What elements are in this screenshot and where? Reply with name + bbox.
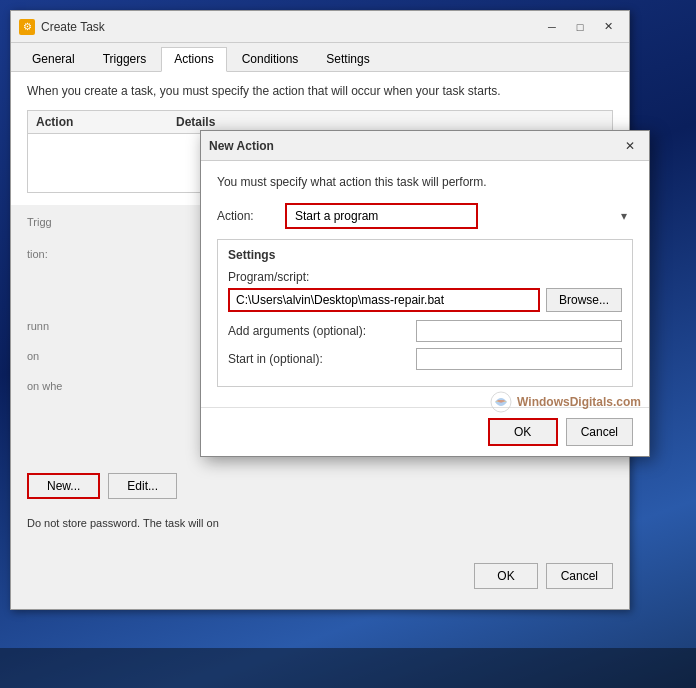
add-arguments-input[interactable] bbox=[416, 320, 622, 342]
bottom-text: Do not store password. The task will on bbox=[27, 517, 219, 529]
window-icon: ⚙ bbox=[19, 19, 35, 35]
actions-info-text: When you create a task, you must specify… bbox=[27, 84, 613, 98]
dialog-title-text: New Action bbox=[209, 139, 274, 153]
add-arguments-row: Add arguments (optional): bbox=[228, 320, 622, 342]
tab-bar: General Triggers Actions Conditions Sett… bbox=[11, 43, 629, 72]
settings-section: Settings Program/script: Browse... Add a… bbox=[217, 239, 633, 387]
label-when: on whe bbox=[27, 375, 62, 397]
window-cancel-button[interactable]: Cancel bbox=[546, 563, 613, 589]
new-action-dialog: New Action ✕ You must specify what actio… bbox=[200, 130, 650, 457]
tab-general[interactable]: General bbox=[19, 47, 88, 71]
add-arguments-label: Add arguments (optional): bbox=[228, 324, 408, 338]
tab-actions[interactable]: Actions bbox=[161, 47, 226, 72]
label-action: tion: bbox=[27, 243, 62, 265]
settings-legend: Settings bbox=[228, 248, 622, 262]
column-details: Details bbox=[176, 115, 604, 129]
action-select-wrapper: Start a program Send an e-mail (deprecat… bbox=[285, 203, 633, 229]
edit-button[interactable]: Edit... bbox=[108, 473, 177, 499]
window-ok-button[interactable]: OK bbox=[474, 563, 537, 589]
close-button[interactable]: ✕ bbox=[595, 17, 621, 37]
window-title-text: Create Task bbox=[41, 20, 105, 34]
dialog-close-button[interactable]: ✕ bbox=[619, 137, 641, 155]
column-action: Action bbox=[36, 115, 176, 129]
dialog-ok-button[interactable]: OK bbox=[488, 418, 558, 446]
tab-triggers[interactable]: Triggers bbox=[90, 47, 160, 71]
label-triggers: Trigg bbox=[27, 211, 62, 233]
window-titlebar: ⚙ Create Task ─ □ ✕ bbox=[11, 11, 629, 43]
dialog-content: You must specify what action this task w… bbox=[201, 161, 649, 407]
new-button[interactable]: New... bbox=[27, 473, 100, 499]
window-title-area: ⚙ Create Task bbox=[19, 19, 105, 35]
window-bottom-buttons: OK Cancel bbox=[474, 563, 613, 589]
minimize-button[interactable]: ─ bbox=[539, 17, 565, 37]
label-running: runn bbox=[27, 315, 62, 337]
dialog-titlebar: New Action ✕ bbox=[201, 131, 649, 161]
start-in-input[interactable] bbox=[416, 348, 622, 370]
dialog-info-text: You must specify what action this task w… bbox=[217, 175, 633, 189]
maximize-button[interactable]: □ bbox=[567, 17, 593, 37]
action-buttons-area: New... Edit... bbox=[27, 473, 177, 499]
browse-button[interactable]: Browse... bbox=[546, 288, 622, 312]
tab-settings[interactable]: Settings bbox=[313, 47, 382, 71]
label-only: on bbox=[27, 345, 62, 367]
script-row: Browse... bbox=[228, 288, 622, 312]
sidebar-labels: Trigg tion: runn on on whe bbox=[27, 211, 62, 397]
window-controls: ─ □ ✕ bbox=[539, 17, 621, 37]
tab-conditions[interactable]: Conditions bbox=[229, 47, 312, 71]
program-script-label: Program/script: bbox=[228, 270, 622, 284]
start-in-row: Start in (optional): bbox=[228, 348, 622, 370]
start-in-label: Start in (optional): bbox=[228, 352, 408, 366]
taskbar bbox=[0, 648, 696, 688]
program-script-input[interactable] bbox=[228, 288, 540, 312]
dialog-cancel-button[interactable]: Cancel bbox=[566, 418, 633, 446]
action-select[interactable]: Start a program Send an e-mail (deprecat… bbox=[285, 203, 478, 229]
action-field-row: Action: Start a program Send an e-mail (… bbox=[217, 203, 633, 229]
dialog-buttons: OK Cancel bbox=[201, 407, 649, 456]
action-label: Action: bbox=[217, 209, 277, 223]
